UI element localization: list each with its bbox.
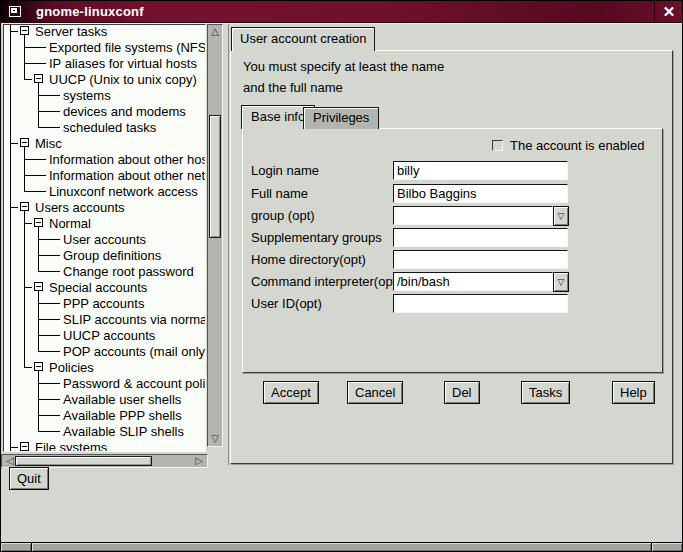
tree-connector bbox=[4, 39, 18, 55]
tree-item[interactable]: Server tasks bbox=[4, 24, 205, 39]
tree-connector bbox=[18, 183, 32, 199]
tree-item[interactable]: SLIP accounts via normal lo bbox=[4, 311, 205, 327]
tree-item-label[interactable]: Policies bbox=[49, 360, 94, 375]
tree-item-label[interactable]: Group definitions bbox=[63, 248, 161, 263]
tree-item-label[interactable]: Linuxconf network access bbox=[49, 184, 198, 199]
tree-item-label[interactable]: IP aliases for virtual hosts bbox=[49, 56, 197, 71]
tree-expander-icon[interactable] bbox=[18, 135, 32, 151]
combo-dropdown-icon[interactable]: ▽ bbox=[553, 206, 569, 226]
scroll-down-icon[interactable]: ▽ bbox=[208, 433, 222, 445]
tree-item-label[interactable]: Password & account policie bbox=[63, 376, 206, 391]
tree-item-label[interactable]: Special accounts bbox=[49, 280, 147, 295]
tree-item-label[interactable]: File systems bbox=[35, 440, 107, 453]
tab-privileges[interactable]: Privileges bbox=[303, 107, 379, 129]
tree-connector bbox=[4, 103, 18, 119]
tree-item-label[interactable]: devices and modems bbox=[63, 104, 186, 119]
field-input-login-name[interactable] bbox=[393, 161, 568, 180]
tree-connector bbox=[18, 279, 32, 295]
field-input-home-directory-opt[interactable] bbox=[393, 250, 568, 269]
tree-item[interactable]: devices and modems bbox=[4, 103, 205, 119]
tree-item-label[interactable]: Change root password bbox=[63, 264, 194, 279]
scroll-up-icon[interactable]: △ bbox=[208, 26, 222, 38]
help-button[interactable]: Help bbox=[612, 381, 655, 404]
field-input-full-name[interactable] bbox=[393, 184, 568, 203]
tree-item-label[interactable]: PPP accounts bbox=[63, 296, 144, 311]
tree-item-label[interactable]: Information about other hosts bbox=[49, 152, 206, 167]
resize-handle-left[interactable] bbox=[1, 543, 31, 551]
tree-item[interactable]: PPP accounts bbox=[4, 295, 205, 311]
tree-item[interactable]: Available user shells bbox=[4, 391, 205, 407]
close-icon[interactable]: ✕ bbox=[656, 1, 682, 22]
tree-item-label[interactable]: Server tasks bbox=[35, 24, 107, 39]
tree-expander-icon[interactable] bbox=[18, 439, 32, 452]
tree-item[interactable]: Exported file systems (NFS) bbox=[4, 39, 205, 55]
tree-horizontal-scrollbar[interactable]: ◁ ▷ bbox=[1, 454, 208, 468]
tree-expander-icon[interactable] bbox=[32, 71, 46, 87]
tree-item[interactable]: UUCP (Unix to unix copy) bbox=[4, 71, 205, 87]
resize-handle-right[interactable] bbox=[652, 543, 682, 551]
tree-item-label[interactable]: Available SLIP shells bbox=[63, 424, 184, 439]
tree-item[interactable]: Available PPP shells bbox=[4, 407, 205, 423]
tree-item-label[interactable]: UUCP (Unix to unix copy) bbox=[49, 72, 197, 87]
tab-user-account-creation[interactable]: User account creation bbox=[231, 27, 375, 51]
combo-dropdown-icon[interactable]: ▽ bbox=[553, 272, 569, 292]
tree-item[interactable]: User accounts bbox=[4, 231, 205, 247]
tree-item[interactable]: Group definitions bbox=[4, 247, 205, 263]
tree-item[interactable]: POP accounts (mail only) bbox=[4, 343, 205, 359]
tree-item-label[interactable]: Exported file systems (NFS) bbox=[49, 40, 206, 55]
quit-button[interactable]: Quit bbox=[9, 467, 49, 490]
tree-item-label[interactable]: User accounts bbox=[63, 232, 146, 247]
accept-button[interactable]: Accept bbox=[263, 381, 319, 404]
tree-item-label[interactable]: Available user shells bbox=[63, 392, 181, 407]
tree-item[interactable]: Password & account policie bbox=[4, 375, 205, 391]
tree-item[interactable]: Users accounts bbox=[4, 199, 205, 215]
scroll-right-icon[interactable]: ▷ bbox=[192, 455, 206, 467]
tree-expander-icon[interactable] bbox=[32, 279, 46, 295]
field-input-supplementary-groups[interactable] bbox=[393, 228, 568, 247]
tree-item[interactable]: Misc bbox=[4, 135, 205, 151]
tree-item[interactable]: Policies bbox=[4, 359, 205, 375]
field-input-group-opt[interactable] bbox=[393, 206, 553, 225]
tree-item[interactable]: Normal bbox=[4, 215, 205, 231]
tree-item-label[interactable]: systems bbox=[63, 88, 111, 103]
tree-item-label[interactable]: Misc bbox=[35, 136, 62, 151]
cancel-button[interactable]: Cancel bbox=[347, 381, 403, 404]
field-input-command-interpreter-opt[interactable] bbox=[393, 272, 553, 291]
tree-item[interactable]: UUCP accounts bbox=[4, 327, 205, 343]
tree-item[interactable]: Linuxconf network access bbox=[4, 183, 205, 199]
tree-item-label[interactable]: Information about other netw bbox=[49, 168, 206, 183]
tree-expander-icon[interactable] bbox=[32, 359, 46, 375]
del-button[interactable]: Del bbox=[444, 381, 480, 404]
tree-item[interactable]: IP aliases for virtual hosts bbox=[4, 55, 205, 71]
tree-connector bbox=[18, 103, 32, 119]
tree-vertical-scrollbar[interactable]: △ ▽ bbox=[207, 24, 223, 447]
tasks-button[interactable]: Tasks bbox=[521, 381, 570, 404]
field-input-user-id-opt[interactable] bbox=[393, 294, 568, 313]
bottom-border-bar[interactable] bbox=[32, 543, 651, 551]
tree-item-label[interactable]: SLIP accounts via normal lo bbox=[63, 312, 206, 327]
window-bottom-border[interactable] bbox=[1, 542, 682, 551]
tree-item[interactable]: Information about other hosts bbox=[4, 151, 205, 167]
tree-item[interactable]: Information about other netw bbox=[4, 167, 205, 183]
vertical-scrollbar-thumb[interactable] bbox=[209, 115, 221, 238]
tree-expander-icon[interactable] bbox=[32, 215, 46, 231]
tree-item[interactable]: Change root password bbox=[4, 263, 205, 279]
account-enabled-checkbox[interactable] bbox=[492, 140, 503, 151]
config-tree-panel[interactable]: Server tasksExported file systems (NFS)I… bbox=[3, 24, 206, 452]
tree-item-label[interactable]: Available PPP shells bbox=[63, 408, 182, 423]
horizontal-scrollbar-thumb[interactable] bbox=[15, 456, 152, 466]
tree-item-label[interactable]: POP accounts (mail only) bbox=[63, 344, 206, 359]
tree-item-label[interactable]: UUCP accounts bbox=[63, 328, 155, 343]
tree-item[interactable]: scheduled tasks bbox=[4, 119, 205, 135]
tree-item[interactable]: File systems bbox=[4, 439, 205, 452]
tree-item[interactable]: Available SLIP shells bbox=[4, 423, 205, 439]
titlebar[interactable]: gnome-linuxconf ✕ bbox=[1, 1, 682, 23]
tree-item[interactable]: systems bbox=[4, 87, 205, 103]
tree-expander-icon[interactable] bbox=[18, 199, 32, 215]
tree-item[interactable]: Special accounts bbox=[4, 279, 205, 295]
tree-item-label[interactable]: scheduled tasks bbox=[63, 120, 156, 135]
window-menu-button[interactable] bbox=[4, 3, 24, 20]
tree-item-label[interactable]: Normal bbox=[49, 216, 91, 231]
tree-expander-icon[interactable] bbox=[18, 24, 32, 39]
tree-item-label[interactable]: Users accounts bbox=[35, 200, 125, 215]
